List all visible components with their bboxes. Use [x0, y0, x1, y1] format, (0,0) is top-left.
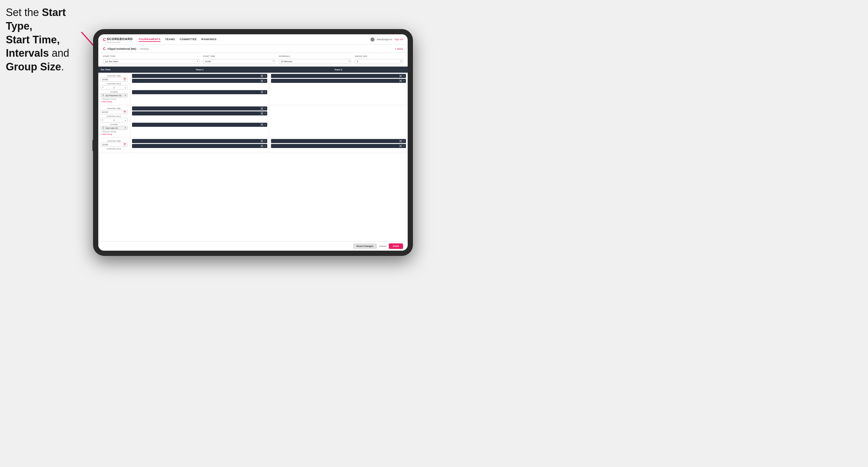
start-type-label: Start Type	[103, 55, 199, 57]
team-row-r1-2: ✕ ⊙	[130, 89, 408, 105]
remove-player-btn[interactable]: ⊙	[264, 124, 266, 126]
reset-changes-button[interactable]: Reset Changes	[353, 243, 377, 249]
starting-time-value-r3[interactable]: 10:20 ⏰	[101, 143, 128, 147]
remove-player-btn[interactable]: ⊙	[403, 80, 405, 82]
hole-decrement-r1[interactable]: ▾	[102, 86, 103, 89]
starting-hole-label-r1: STARTING HOLE:	[101, 83, 128, 85]
instruction-text: Set the Start Type, Start Time, Interval…	[6, 6, 90, 74]
remove-player-btn[interactable]: ⊙	[264, 145, 266, 147]
team-row-r1-1: ✕ ⊙ ✕ ⊙ ✕ ⊙	[130, 73, 408, 89]
x-icon: ✕	[260, 122, 264, 127]
team2-header: Team 2	[269, 67, 408, 73]
remove-player-btn[interactable]: ⊙	[264, 112, 266, 115]
remove-player-btn[interactable]: ⊙	[264, 140, 266, 142]
nav-tournaments[interactable]: TOURNAMENTS	[139, 37, 160, 42]
team1-cell-r1-2: ✕ ⊙	[130, 89, 269, 105]
player-slot: ✕ ⊙	[132, 90, 267, 94]
nav-right: blair@clippd.io Sign out	[370, 37, 403, 41]
starting-hole-label-r3: STARTING HOLE:	[101, 148, 128, 150]
tee-time-header: Tee Time	[98, 67, 130, 73]
remove-group-r1[interactable]: ○ Remove Group	[101, 98, 128, 100]
intervals-wrapper[interactable]: 10 Minutes	[279, 58, 351, 64]
start-type-select[interactable]: 1st Tee Start	[103, 59, 199, 64]
hole-increment-r1[interactable]: ▴	[125, 86, 126, 89]
player-slot: ✕ ⊙	[132, 74, 267, 78]
start-time-select[interactable]: 10:00	[203, 59, 275, 64]
starting-time-value-r2[interactable]: 10:10 ⏰	[101, 110, 128, 114]
remove-player-btn[interactable]: ⊙	[403, 75, 405, 77]
start-time-group: Start Time 10:00	[203, 55, 275, 64]
x-icon: ✕	[260, 111, 264, 116]
logo-area: C SCOREBOARD Powered by clipp...	[103, 36, 133, 43]
course-label-r1: COURSE:	[101, 91, 128, 93]
remove-group-r2[interactable]: ○ Remove Group	[101, 130, 128, 133]
team1-cell-r1-1: ✕ ⊙ ✕ ⊙	[130, 73, 269, 89]
remove-player-btn[interactable]: ⊙	[264, 75, 266, 77]
logo-sub: Powered by clipp...	[107, 41, 133, 43]
tablet-frame: C SCOREBOARD Powered by clipp... TOURNAM…	[93, 29, 413, 256]
hole-increment-r2[interactable]: ▴	[125, 119, 126, 122]
starting-hole-value-r2[interactable]: ▾ 1 ▴	[101, 118, 128, 122]
course-icon-r2: 🏌	[102, 127, 105, 129]
remove-player-btn[interactable]: ⊙	[403, 145, 405, 147]
x-icon: ✕	[260, 89, 264, 95]
course-remove-r2[interactable]: ✕	[124, 127, 126, 129]
start-type-wrapper[interactable]: 1st Tee Start	[103, 58, 199, 64]
team2-cell-r2-2	[269, 122, 408, 138]
starting-time-label-r2: STARTING TIME:	[101, 107, 128, 109]
x-icon: ✕	[399, 78, 402, 84]
team-cells-r3: ✕ ⊙ ✕ ⊙ ✕ ⊙	[130, 138, 408, 153]
hole-decrement-r2[interactable]: ▾	[102, 119, 103, 122]
table-row: STARTING TIME: 10:00 ⏰ STARTING HOLE: ▾ …	[98, 73, 408, 105]
table-area: STARTING TIME: 10:00 ⏰ STARTING HOLE: ▾ …	[98, 73, 408, 241]
group-size-select[interactable]: 3	[355, 59, 403, 64]
team-cells-r2: ✕ ⊙ ✕ ⊙	[130, 105, 408, 137]
save-button[interactable]: Save	[389, 243, 403, 249]
course-remove-r1[interactable]: ✕	[124, 94, 126, 97]
left-panel-row1: STARTING TIME: 10:00 ⏰ STARTING HOLE: ▾ …	[98, 73, 130, 105]
nav-committee[interactable]: COMMITTEE	[180, 37, 197, 42]
table-row: STARTING TIME: 10:10 ⏰ STARTING HOLE: ▾ …	[98, 105, 408, 138]
player-slot: ✕ ⊙	[271, 74, 406, 78]
column-headers: Tee Time Team 1 Team 2	[98, 67, 408, 73]
player-slot: ✕ ⊙	[132, 106, 267, 111]
back-button[interactable]: < Back	[395, 48, 403, 50]
remove-player-btn[interactable]: ⊙	[264, 91, 266, 93]
settings-row: Start Type 1st Tee Start Start Time 10:0…	[98, 53, 408, 67]
team1-cell-r3-1: ✕ ⊙ ✕ ⊙	[130, 138, 269, 153]
remove-player-btn[interactable]: ⊙	[403, 140, 405, 142]
nav-rankings[interactable]: RANKINGS	[201, 37, 216, 42]
remove-player-btn[interactable]: ⊙	[264, 80, 266, 82]
subnav: C Clippd Invitational (Me) | Hosting < B…	[98, 45, 408, 53]
group-size-label: Group Size	[355, 55, 403, 57]
intervals-select[interactable]: 10 Minutes	[279, 59, 351, 64]
subnav-hosting: Hosting	[140, 48, 149, 50]
x-icon: ✕	[260, 78, 264, 84]
add-group-r1[interactable]: + Add Group	[101, 101, 128, 103]
starting-hole-value-r1[interactable]: ▾ 1 ▴	[101, 85, 128, 90]
team-row-r2-2: ✕ ⊙	[130, 122, 408, 138]
starting-hole-label-r2: STARTING HOLE:	[101, 116, 128, 117]
tournament-name: Clippd Invitational (Me)	[107, 48, 136, 50]
nav-teams[interactable]: TEAMS	[165, 37, 175, 42]
start-time-wrapper[interactable]: 10:00	[203, 58, 275, 64]
time-icon-r3: ⏰	[123, 143, 126, 146]
group-size-group: Group Size 3	[355, 55, 403, 64]
group-size-wrapper[interactable]: 3	[355, 58, 403, 64]
team1-header: Team 1	[130, 67, 269, 73]
remove-player-btn[interactable]: ⊙	[264, 107, 266, 110]
course-name-r2: East Lake GC	[105, 127, 118, 129]
add-group-r2[interactable]: + Add Group	[101, 133, 128, 135]
sign-out-link[interactable]: Sign out	[395, 38, 403, 41]
player-slot: ✕ ⊙	[271, 139, 406, 143]
table-row: STARTING TIME: 10:20 ⏰ STARTING HOLE: ✕	[98, 138, 408, 153]
player-slot: ✕ ⊙	[132, 139, 267, 143]
tablet-screen: C SCOREBOARD Powered by clipp... TOURNAM…	[98, 34, 408, 251]
player-slot: ✕ ⊙	[132, 112, 267, 116]
cancel-button[interactable]: Cancel	[379, 245, 386, 247]
course-name-r1: (A) Peachtree GC	[105, 94, 122, 97]
player-slot: ✕ ⊙	[132, 144, 267, 148]
starting-time-value-r1[interactable]: 10:00 ⏰	[101, 77, 128, 82]
starting-time-label-r1: STARTING TIME:	[101, 75, 128, 77]
team2-cell-r1-1: ✕ ⊙ ✕ ⊙	[269, 73, 408, 89]
